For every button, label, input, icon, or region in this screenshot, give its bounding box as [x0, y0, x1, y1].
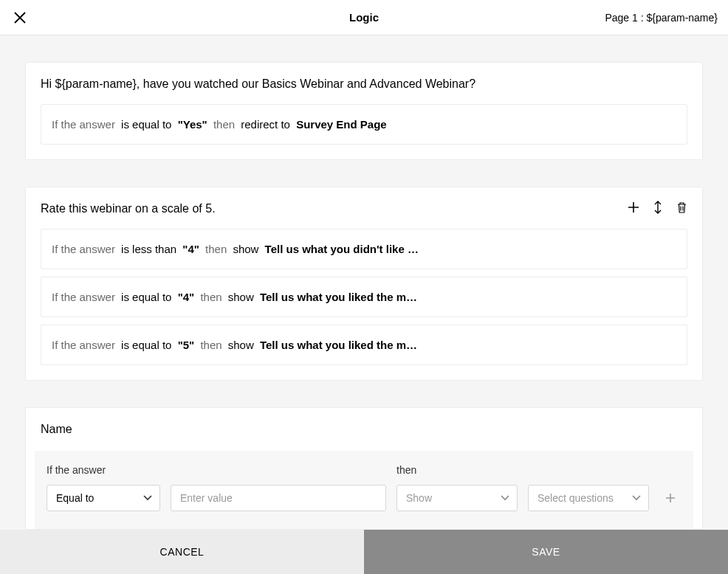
delete-button[interactable] — [676, 201, 687, 213]
sort-arrows-icon — [653, 201, 663, 214]
chevron-down-icon — [632, 495, 641, 501]
rule-action: redirect to — [241, 118, 290, 131]
modal-header: Logic Page 1 : ${param-name} — [0, 0, 728, 35]
rule-operator: is less than — [121, 243, 176, 255]
save-button[interactable]: SAVE — [364, 530, 728, 574]
rule-target: Tell us what you liked the m… — [260, 291, 417, 303]
condition-label: If the answer — [47, 464, 160, 476]
cancel-button[interactable]: CANCEL — [0, 530, 364, 574]
plus-icon — [628, 201, 639, 213]
reorder-button[interactable] — [653, 201, 663, 214]
page-breadcrumb: Page 1 : ${param-name} — [605, 12, 718, 24]
add-rule-button[interactable] — [628, 201, 639, 213]
content-scroll: Hi ${param-name}, have you watched our B… — [0, 35, 728, 530]
rule-prefix: If the answer — [52, 243, 115, 255]
card-toolbar — [628, 201, 687, 214]
chevron-down-icon — [143, 495, 152, 501]
rule-target: Survey End Page — [296, 118, 387, 131]
editor-title: Name — [41, 423, 687, 436]
logic-card: Hi ${param-name}, have you watched our B… — [25, 62, 703, 160]
rule-operator: is equal to — [121, 291, 171, 303]
chevron-down-icon — [501, 495, 509, 501]
question-text: Hi ${param-name}, have you watched our B… — [41, 77, 687, 91]
target-select[interactable]: Select questions — [528, 485, 649, 511]
close-icon — [13, 11, 27, 24]
rule-operator: is equal to — [121, 118, 171, 131]
trash-icon — [676, 201, 687, 213]
spacer-label — [171, 464, 386, 476]
value-input[interactable] — [180, 492, 377, 504]
rule-then: then — [213, 118, 235, 131]
footer: CANCEL SAVE — [0, 530, 728, 574]
rule-prefix: If the answer — [52, 339, 115, 351]
action-select[interactable]: Show — [396, 485, 518, 511]
rule-action: show — [233, 243, 258, 255]
rule-row[interactable]: If the answer is less than "4" then show… — [41, 229, 687, 269]
rule-row[interactable]: If the answer is equal to "Yes" then red… — [41, 104, 687, 145]
rule-value: "4" — [178, 291, 195, 303]
rule-row[interactable]: If the answer is equal to "5" then show … — [41, 325, 687, 365]
target-placeholder: Select questions — [538, 492, 614, 504]
rule-prefix: If the answer — [52, 118, 115, 131]
spacer-label — [528, 464, 649, 476]
operator-select[interactable]: Equal to — [47, 485, 160, 511]
then-label: then — [396, 464, 518, 476]
rule-target: Tell us what you didn't like … — [265, 243, 419, 255]
add-condition-button[interactable] — [659, 487, 681, 509]
logic-card: Rate this webinar on a scale of 5. If th… — [25, 187, 703, 381]
rule-value: "Yes" — [178, 118, 207, 131]
rule-then: then — [200, 339, 222, 351]
operator-value: Equal to — [56, 492, 94, 504]
rule-then: then — [200, 291, 222, 303]
value-input-wrap — [171, 485, 386, 511]
rule-prefix: If the answer — [52, 291, 115, 303]
rule-value: "5" — [178, 339, 195, 351]
rule-then: then — [205, 243, 227, 255]
close-button[interactable] — [10, 8, 30, 27]
plus-icon — [665, 492, 676, 504]
rule-operator: is equal to — [121, 339, 171, 351]
rule-value: "4" — [182, 243, 199, 255]
rule-target: Tell us what you liked the m… — [260, 339, 417, 351]
editor-body: If the answer Equal to then Show — [35, 451, 693, 529]
rule-action: show — [228, 291, 254, 303]
rule-editor: Name If the answer Equal to t — [25, 407, 703, 530]
rule-row[interactable]: If the answer is equal to "4" then show … — [41, 277, 687, 317]
action-value: Show — [406, 492, 432, 504]
question-text: Rate this webinar on a scale of 5. — [41, 202, 687, 215]
rule-action: show — [228, 339, 254, 351]
